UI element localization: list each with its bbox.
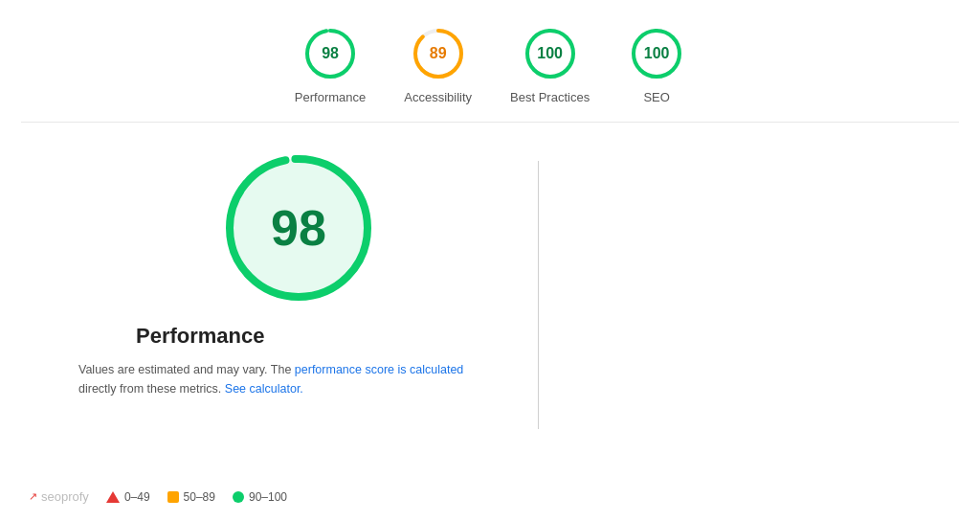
score-value-performance: 98 [322, 45, 339, 62]
performance-link[interactable]: performance score is calculated [295, 363, 463, 376]
score-circle-seo: 100 [628, 25, 685, 82]
score-item-accessibility: 89 Accessibility [404, 25, 472, 104]
left-panel: 98 Performance Values are estimated and … [21, 151, 519, 467]
main-content: 98 Performance Values are estimated and … [21, 123, 959, 487]
legend-high-range: 90–100 [249, 490, 287, 504]
score-label-best-practices: Best Practices [510, 90, 590, 104]
big-score-value: 98 [271, 199, 326, 257]
note-text: Values are estimated and may vary. The p… [78, 360, 463, 398]
score-item-seo: 100 SEO [628, 25, 685, 104]
note-text-part1: Values are estimated and may vary. The [78, 363, 295, 376]
brand-logo: ↗ seoprofy [29, 489, 89, 504]
score-label-accessibility: Accessibility [404, 90, 472, 104]
score-circle-best-practices: 100 [522, 25, 579, 82]
score-value-accessibility: 89 [430, 45, 447, 62]
calculator-link[interactable]: See calculator. [225, 382, 303, 396]
brand-arrow-icon: ↗ [29, 490, 37, 503]
score-item-performance: 98 Performance [295, 25, 366, 104]
legend-medium-range: 50–89 [184, 490, 215, 504]
panel-divider [538, 161, 539, 429]
scores-row: 98 Performance 89 Accessibility [21, 10, 959, 123]
score-circle-performance: 98 [301, 25, 359, 82]
big-score-circle: 98 [222, 151, 375, 305]
legend-item-low: 0–49 [106, 490, 150, 504]
score-value-seo: 100 [644, 45, 670, 62]
legend-circle-icon [233, 491, 244, 503]
big-circle-wrapper: 98 [78, 151, 519, 305]
brand-name: seoprofy [41, 489, 89, 504]
note-text-part2: directly from these metrics. [78, 382, 225, 396]
legend-row: ↗ seoprofy 0–49 50–89 90–100 [29, 489, 287, 504]
score-label-seo: SEO [643, 90, 669, 104]
score-circle-accessibility: 89 [410, 25, 467, 82]
legend-item-high: 90–100 [233, 490, 287, 504]
performance-title: Performance [136, 324, 265, 349]
score-value-best-practices: 100 [537, 45, 563, 62]
legend-low-range: 0–49 [124, 490, 150, 504]
legend-square-icon [167, 491, 179, 503]
score-item-best-practices: 100 Best Practices [510, 25, 590, 104]
legend-item-medium: 50–89 [167, 490, 215, 504]
legend-triangle-icon [106, 491, 120, 503]
score-label-performance: Performance [295, 90, 366, 104]
